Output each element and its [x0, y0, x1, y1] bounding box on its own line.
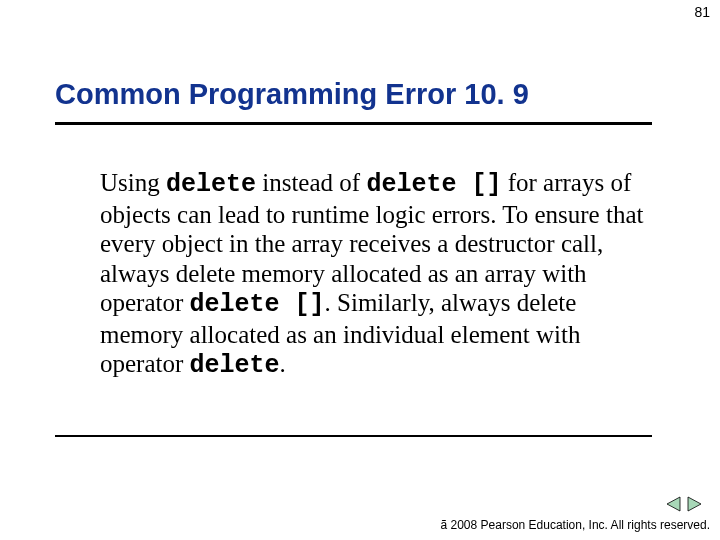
- heading-underline: [55, 122, 652, 125]
- copyright-text: ã 2008 Pearson Education, Inc. All right…: [441, 518, 711, 532]
- svg-marker-1: [688, 497, 701, 511]
- code-delete-brackets-1: delete []: [366, 170, 501, 199]
- svg-marker-0: [667, 497, 680, 511]
- bottom-rule: [55, 435, 652, 437]
- slide-heading: Common Programming Error 10. 9: [55, 78, 529, 111]
- body-text-1: Using: [100, 169, 166, 196]
- prev-arrow-icon[interactable]: [666, 496, 682, 512]
- next-arrow-icon[interactable]: [686, 496, 702, 512]
- code-delete-brackets-2: delete []: [190, 290, 325, 319]
- nav-arrows: [666, 496, 702, 512]
- body-text-2: instead of: [256, 169, 366, 196]
- page-number: 81: [694, 4, 710, 20]
- code-delete-2: delete: [190, 351, 280, 380]
- body-text-5: .: [280, 350, 286, 377]
- code-delete-1: delete: [166, 170, 256, 199]
- body-paragraph: Using delete instead of delete [] for ar…: [100, 168, 650, 381]
